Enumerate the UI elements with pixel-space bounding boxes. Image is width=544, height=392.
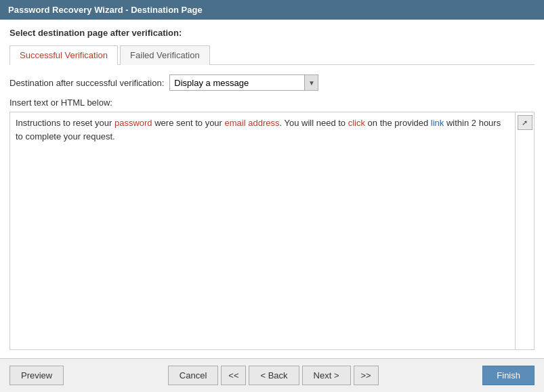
cancel-button[interactable]: Cancel	[168, 366, 218, 385]
dropdown-arrow-icon: ▼	[304, 75, 318, 90]
dropdown-row: Destination after successful verificatio…	[9, 74, 535, 91]
footer: Preview Cancel << < Back Next > >> Finis…	[0, 358, 544, 392]
next-button[interactable]: Next >	[302, 366, 351, 385]
tabs-container: Successful Verification Failed Verificat…	[9, 45, 535, 65]
tab-failed-verification[interactable]: Failed Verification	[120, 45, 210, 65]
destination-dropdown[interactable]: Display a message ▼	[169, 74, 318, 91]
preview-button[interactable]: Preview	[9, 366, 64, 385]
title-bar-label: Password Recovery Wizard - Destination P…	[8, 5, 203, 15]
finish-button[interactable]: Finish	[482, 366, 535, 385]
expand-icon[interactable]: ➚	[518, 115, 532, 130]
tab-successful-verification[interactable]: Successful Verification	[9, 45, 118, 65]
footer-right: Finish	[482, 366, 535, 385]
textarea-content[interactable]: Instructions to reset your password were…	[10, 112, 515, 349]
main-content: Select destination page after verificati…	[0, 20, 544, 358]
prev-prev-button[interactable]: <<	[221, 366, 246, 385]
insert-label: Insert text or HTML below:	[9, 97, 535, 108]
textarea-toolbar: ➚	[515, 112, 534, 349]
dropdown-label: Destination after successful verificatio…	[9, 78, 164, 88]
textarea-container: Instructions to reset your password were…	[9, 112, 535, 350]
title-bar: Password Recovery Wizard - Destination P…	[0, 0, 544, 20]
next-next-button[interactable]: >>	[354, 366, 379, 385]
footer-center: Cancel << < Back Next > >>	[168, 366, 379, 385]
footer-left: Preview	[9, 366, 64, 385]
back-button[interactable]: < Back	[249, 366, 299, 385]
dropdown-selected-value: Display a message	[174, 78, 301, 88]
section-label: Select destination page after verificati…	[9, 28, 535, 38]
